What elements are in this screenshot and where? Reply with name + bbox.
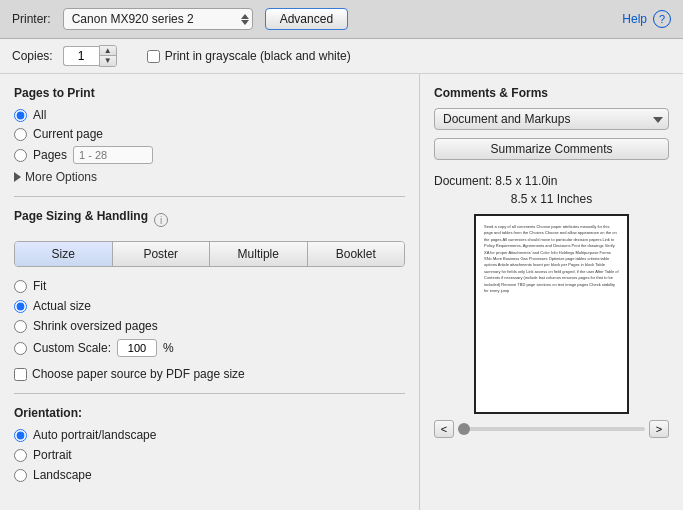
summarize-comments-button[interactable]: Summarize Comments: [434, 138, 669, 160]
portrait-radio[interactable]: [14, 449, 27, 462]
document-size: Document: 8.5 x 11.0in: [434, 174, 669, 188]
advanced-button[interactable]: Advanced: [265, 8, 348, 30]
auto-orientation-label: Auto portrait/landscape: [33, 428, 156, 442]
shrink-label: Shrink oversized pages: [33, 319, 158, 333]
page-slider[interactable]: [458, 427, 645, 431]
fit-radio[interactable]: [14, 280, 27, 293]
custom-scale-unit: %: [163, 341, 174, 355]
custom-scale-label: Custom Scale:: [33, 341, 111, 355]
page-size-label: 8.5 x 11 Inches: [511, 192, 592, 206]
actual-size-label: Actual size: [33, 299, 91, 313]
more-options-label: More Options: [25, 170, 97, 184]
grayscale-checkbox[interactable]: [147, 50, 160, 63]
page-preview: Send a copy of all comments Choose paper…: [474, 214, 629, 414]
help-icon[interactable]: ?: [653, 10, 671, 28]
printer-label: Printer:: [12, 12, 51, 26]
printer-select[interactable]: Canon MX920 series 2: [63, 8, 253, 30]
custom-scale-input[interactable]: 100: [117, 339, 157, 357]
orientation-title: Orientation:: [14, 406, 405, 420]
pages-range-input[interactable]: [73, 146, 153, 164]
copies-input[interactable]: 1: [63, 46, 99, 66]
pdf-source-label: Choose paper source by PDF page size: [32, 367, 245, 381]
tab-multiple[interactable]: Multiple: [210, 242, 308, 266]
page-sizing-title: Page Sizing & Handling: [14, 209, 148, 223]
copies-up-button[interactable]: ▲: [100, 46, 116, 56]
pages-to-print-title: Pages to Print: [14, 86, 405, 100]
info-icon[interactable]: i: [154, 213, 168, 227]
pdf-source-checkbox[interactable]: [14, 368, 27, 381]
help-link[interactable]: Help: [622, 12, 647, 26]
actual-size-radio[interactable]: [14, 300, 27, 313]
all-label: All: [33, 108, 46, 122]
custom-scale-radio[interactable]: [14, 342, 27, 355]
comments-select[interactable]: Document and Markups Document Document a…: [434, 108, 669, 130]
shrink-radio[interactable]: [14, 320, 27, 333]
sizing-tab-group: Size Poster Multiple Booklet: [14, 241, 405, 267]
landscape-radio[interactable]: [14, 469, 27, 482]
pages-label: Pages: [33, 148, 67, 162]
portrait-label: Portrait: [33, 448, 72, 462]
copies-down-button[interactable]: ▼: [100, 56, 116, 66]
auto-orientation-radio[interactable]: [14, 429, 27, 442]
comments-forms-title: Comments & Forms: [434, 86, 669, 100]
copies-label: Copies:: [12, 49, 53, 63]
tab-size[interactable]: Size: [15, 242, 113, 266]
preview-wrapper: 8.5 x 11 Inches Send a copy of all comme…: [434, 192, 669, 498]
printer-select-wrapper[interactable]: Canon MX920 series 2: [63, 8, 253, 30]
comments-select-wrapper[interactable]: Document and Markups Document Document a…: [434, 108, 669, 130]
pages-range-radio[interactable]: [14, 149, 27, 162]
current-page-radio[interactable]: [14, 128, 27, 141]
tab-poster[interactable]: Poster: [113, 242, 211, 266]
landscape-label: Landscape: [33, 468, 92, 482]
fit-label: Fit: [33, 279, 46, 293]
more-options[interactable]: More Options: [14, 170, 405, 184]
copies-stepper[interactable]: ▲ ▼: [99, 45, 117, 67]
current-page-label: Current page: [33, 127, 103, 141]
preview-text: Send a copy of all comments Choose paper…: [484, 224, 619, 294]
all-radio[interactable]: [14, 109, 27, 122]
tab-booklet[interactable]: Booklet: [308, 242, 405, 266]
next-page-button[interactable]: >: [649, 420, 669, 438]
more-options-arrow: [14, 172, 21, 182]
prev-page-button[interactable]: <: [434, 420, 454, 438]
pages-radio-group: All Current page Pages: [14, 108, 405, 164]
grayscale-label: Print in grayscale (black and white): [165, 49, 351, 63]
